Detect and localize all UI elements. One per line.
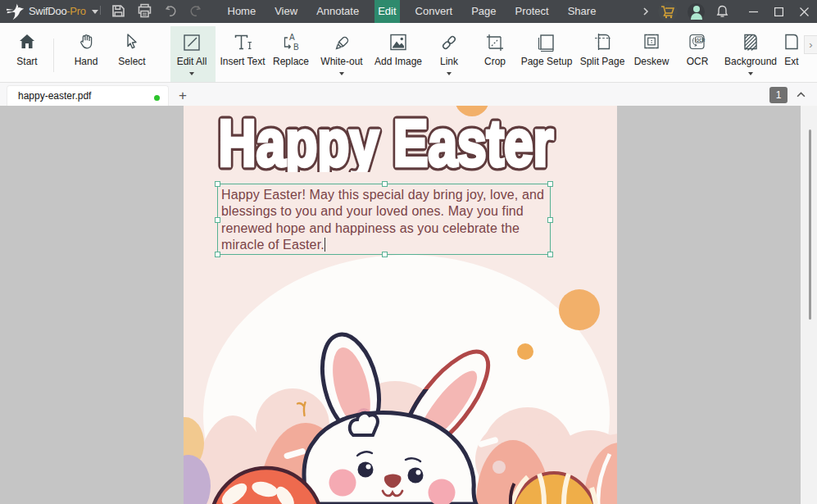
svg-text:B: B bbox=[293, 43, 299, 52]
svg-text:Happy Easter: Happy Easter bbox=[218, 107, 553, 179]
svg-text:A: A bbox=[289, 33, 295, 42]
svg-text:OCR: OCR bbox=[696, 38, 706, 43]
